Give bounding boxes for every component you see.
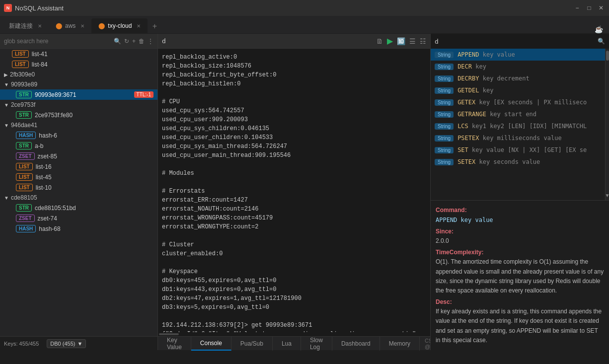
app-icon: N [4, 4, 12, 12]
command-label: Command: [436, 207, 467, 214]
autocomplete-item[interactable]: String GETEX key [EX seconds | PX millis… [431, 96, 605, 108]
tab-pua-sub[interactable]: Pua/Sub [231, 337, 273, 351]
search-icon[interactable]: 🔍 [114, 38, 121, 45]
group-header-90993e89[interactable]: ▼ 90993e89 [0, 79, 157, 89]
output-line: errorstat_WRONGTYPE:count=2 [162, 222, 426, 231]
output-line: used_cpu_user_children:0.104533 [162, 133, 426, 142]
chevron-down-icon: ▼ [4, 82, 9, 87]
list-item[interactable]: LIST list-16 [0, 161, 157, 172]
refresh-icon[interactable]: ↻ [124, 38, 129, 45]
output-line: errorstat_WRONGPASS:count=45179 [162, 214, 426, 222]
desc-value: If key already exists and is a string, t… [436, 308, 602, 344]
autocomplete-item[interactable]: String SETEX key seconds value [431, 156, 605, 168]
group-label: cde88105 [11, 194, 37, 201]
type-badge-hash: HASH [16, 132, 36, 139]
tab-slow-log[interactable]: Slow Log [301, 337, 332, 351]
delete-icon[interactable]: 🗑 [139, 38, 145, 45]
group-header-946dae41[interactable]: ▼ 946dae41 [0, 120, 157, 130]
tab-dashboard[interactable]: Dashboard [332, 337, 380, 351]
tab-label: txy-cloud [108, 22, 132, 29]
sidebar-search-bar: 🔍 ↻ + 🗑 ⋮ [0, 34, 157, 49]
autocomplete-item[interactable]: String PSETEX key milliseconds value [431, 132, 605, 144]
close-button[interactable]: ✕ [597, 4, 605, 12]
tab-console[interactable]: Console [191, 337, 231, 351]
clear-icon[interactable]: 🔟 [397, 37, 405, 45]
list-item[interactable]: LIST list-10 [0, 182, 157, 193]
autocomplete-item[interactable]: String GETRANGE key start end [431, 108, 605, 120]
horizontal-scrollbar[interactable] [158, 332, 430, 336]
output-line: db3:keys=5,expires=0,avg_ttl=0 [162, 303, 426, 312]
key-name: 90993e89:3671 [35, 91, 76, 98]
autocomplete-item[interactable]: String LCS key1 key2 [LEN] [IDX] [MINMAT… [431, 120, 605, 132]
tab-label: Dashboard [341, 340, 371, 347]
group-header-cde88105[interactable]: ▼ cde88105 [0, 193, 157, 203]
run-icon[interactable]: ▶ [387, 36, 393, 46]
right-panel-search-input[interactable] [435, 38, 595, 45]
list-icon[interactable]: ☰ [409, 37, 416, 45]
tab-new-conn[interactable]: 新建连接 ✕ [2, 18, 49, 33]
h-scroll-thumb [159, 333, 179, 335]
list-item[interactable]: LIST list-41 [0, 49, 157, 59]
tab-close-aws[interactable]: ✕ [80, 23, 84, 29]
command-text: PSETEX key milliseconds value [457, 135, 562, 142]
output-line [162, 88, 426, 97]
db-selector[interactable]: DB0 (455) ▼ [47, 339, 86, 348]
maximize-button[interactable]: □ [585, 4, 593, 12]
grid-icon[interactable]: ☷ [420, 37, 426, 45]
group-header-2ce9753f[interactable]: ▼ 2ce9753f [0, 100, 157, 110]
output-line: # Errorstats [162, 187, 426, 196]
tab-txy-cloud[interactable]: ⬤ txy-cloud ✕ [91, 18, 148, 33]
chevron-right-icon: ▶ [4, 72, 8, 77]
tab-close-txy[interactable]: ✕ [137, 23, 141, 29]
tab-lua[interactable]: Lua [273, 337, 301, 351]
scrollbar-track[interactable]: ▼ [605, 49, 609, 200]
list-item[interactable]: ZSET zset-85 [0, 151, 157, 161]
output-line: used_cpu_sys_main_thread:564.726247 [162, 142, 426, 151]
command-text: DECR key [457, 63, 486, 70]
console-input[interactable] [162, 37, 373, 45]
autocomplete-item[interactable]: String DECR key [431, 61, 605, 73]
add-tab-button[interactable]: + [148, 19, 161, 33]
type-badge: String [435, 135, 454, 142]
tab-close-new-conn[interactable]: ✕ [38, 23, 42, 29]
type-badge: String [435, 159, 454, 165]
type-badge-list: LIST [12, 50, 29, 58]
add-key-icon[interactable]: + [132, 38, 136, 45]
list-item[interactable]: LIST list-45 [0, 172, 157, 182]
command-text: GETRANGE key start end [457, 111, 536, 118]
since-value: 2.0.0 [436, 237, 449, 244]
ttl-badge: TTL:-1 [134, 91, 153, 98]
autocomplete-item[interactable]: String SET key value [NX | XX] [GET] [EX… [431, 144, 605, 156]
type-badge-str: STR [16, 111, 32, 119]
scroll-down-arrow[interactable]: ▼ [605, 193, 609, 198]
list-item[interactable]: LIST list-84 [0, 59, 157, 70]
output-line: repl_backlog_active:0 [162, 53, 426, 62]
output-line: # Cluster [162, 240, 426, 249]
list-item[interactable]: ZSET zset-74 [0, 213, 157, 223]
output-line: # Modules [162, 169, 426, 178]
app-title: NoSQL Assistant [15, 4, 64, 12]
search-input[interactable] [4, 38, 111, 45]
copy-icon[interactable]: 🗎 [376, 37, 383, 45]
tab-key-value[interactable]: Key Value [158, 337, 191, 351]
autocomplete-item[interactable]: String GETDEL key [431, 84, 605, 96]
group-header-2fb309e0[interactable]: ▶ 2fb309e0 [0, 70, 157, 79]
list-item[interactable]: STR cde88105:51bd [0, 203, 157, 213]
autocomplete-item[interactable]: String DECRBY key decrement [431, 73, 605, 84]
db-label: DB0 (455) [50, 341, 75, 347]
right-panel-search-icon[interactable]: 🔍 [598, 38, 605, 45]
more-icon[interactable]: ⋮ [148, 38, 153, 45]
output-line: used_cpu_user_main_thread:909.195546 [162, 151, 426, 160]
tab-memory[interactable]: Memory [380, 337, 420, 351]
tab-label: Memory [389, 340, 410, 347]
list-item[interactable]: STR 90993e89:3671 TTL:-1 [0, 89, 157, 100]
list-item[interactable]: STR 2ce9753f:fe80 [0, 110, 157, 120]
list-item[interactable]: HASH hash-6 [0, 130, 157, 141]
output-line [162, 178, 426, 187]
list-item[interactable]: STR a-b [0, 141, 157, 151]
list-item[interactable]: HASH hash-68 [0, 223, 157, 234]
tab-aws[interactable]: ⬤ aws ✕ [49, 18, 91, 33]
minimize-button[interactable]: − [573, 4, 581, 12]
key-name: a-b [35, 143, 43, 149]
autocomplete-item[interactable]: String APPEND key value [431, 49, 605, 61]
